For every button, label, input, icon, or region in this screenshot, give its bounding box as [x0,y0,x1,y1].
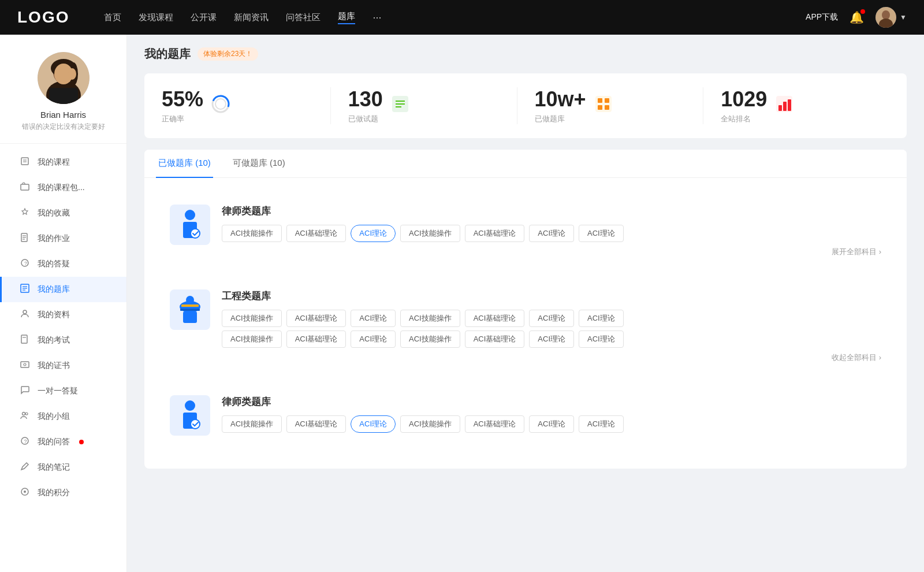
question-bank-icon [19,284,31,295]
qbank-name: 律师类题库 [222,205,881,218]
stat-ranking-value: 1029 [721,87,767,112]
accuracy-pie-icon [210,94,231,118]
tag-item[interactable]: ACI理论 [351,310,396,327]
sidebar-item-favorites[interactable]: 我的收藏 [0,200,126,226]
nav-news[interactable]: 新闻资讯 [234,12,269,23]
tab-available-banks[interactable]: 可做题库 (10) [230,150,288,178]
expand-link-1[interactable]: 展开全部科目 › [222,247,881,257]
qbank-header: 律师类题库 ACI技能操作 ACI基础理论 ACI理论 ACI技能操作 ACI基… [170,205,881,257]
page-wrapper: Brian Harris 错误的决定比没有决定要好 我的课程 我的课程包... [0,35,924,572]
page-header: 我的题库 体验剩余23天！ [144,46,907,62]
svg-point-31 [25,413,28,415]
stat-questions-content: 130 已做试题 [348,87,383,124]
svg-point-35 [24,491,26,493]
stat-banks-value: 10w+ [535,87,586,112]
tag-item[interactable]: ACI基础理论 [465,415,525,433]
tag-item[interactable]: ACI理论 [529,225,574,242]
content-card: 已做题库 (10) 可做题库 (10) [144,150,907,469]
tag-item[interactable]: ACI技能操作 [400,415,460,433]
sidebar-label: 我的问答 [38,437,70,447]
tag-item[interactable]: ACI理论 [351,330,396,348]
tag-item[interactable]: ACI基础理论 [465,330,525,348]
tag-item[interactable]: ACI理论 [579,225,624,242]
profile-avatar [38,52,90,104]
qbank-header-2: 工程类题库 ACI技能操作 ACI基础理论 ACI理论 ACI技能操作 ACI基… [170,289,881,363]
sidebar-label: 我的考试 [38,335,70,346]
qbank-section-lawyer-2: 律师类题库 ACI技能操作 ACI基础理论 ACI理论 ACI技能操作 ACI基… [156,384,895,448]
sidebar-label: 我的笔记 [38,462,70,473]
tag-item[interactable]: ACI理论 [529,330,574,348]
tag-item[interactable]: ACI基础理论 [286,225,346,242]
nav-qa[interactable]: 问答社区 [286,12,321,23]
tag-item[interactable]: ACI技能操作 [222,330,282,348]
banks-note-icon [593,94,614,118]
sidebar-item-notes[interactable]: 我的笔记 [0,455,126,480]
sidebar: Brian Harris 错误的决定比没有决定要好 我的课程 我的课程包... [0,35,127,572]
sidebar-item-my-qa[interactable]: ? 我的问答 [0,429,126,455]
stat-accuracy-content: 55% 正确率 [162,87,203,124]
svg-rect-50 [783,102,787,111]
stat-accuracy: 55% 正确率 [162,87,331,124]
svg-rect-14 [21,184,29,190]
svg-rect-57 [180,309,200,311]
logo[interactable]: LOGO [17,8,69,27]
sidebar-item-points[interactable]: 我的积分 [0,480,126,506]
tag-item[interactable]: ACI理论 [579,415,624,433]
qbank-name-2: 工程类题库 [222,289,881,303]
sidebar-label: 一对一答疑 [38,386,78,396]
sidebar-menu: 我的课程 我的课程包... 我的收藏 我的作业 [0,150,126,506]
nav-questions[interactable]: 题库 [338,11,355,24]
sidebar-item-one-on-one[interactable]: 一对一答疑 [0,378,126,404]
svg-rect-28 [21,362,29,367]
stat-banks-content: 10w+ 已做题库 [535,87,586,124]
app-download-button[interactable]: APP下载 [806,12,838,23]
sidebar-item-qa[interactable]: ? 我的答疑 [0,251,126,277]
sidebar-label: 我的收藏 [38,208,70,218]
sidebar-item-certificate[interactable]: 我的证书 [0,353,126,378]
sidebar-item-exam[interactable]: 我的考试 [0,328,126,353]
sidebar-item-question-bank[interactable]: 我的题库 [0,277,126,302]
tag-item[interactable]: ACI基础理论 [465,310,525,327]
sidebar-item-homework[interactable]: 我的作业 [0,226,126,251]
my-qa-icon: ? [19,436,31,448]
sidebar-item-group[interactable]: 我的小组 [0,404,126,429]
nav-home[interactable]: 首页 [104,12,121,23]
nav-opencourse[interactable]: 公开课 [191,12,217,23]
sidebar-label: 我的作业 [38,233,70,244]
tag-item-active[interactable]: ACI理论 [351,225,396,242]
nav-discover[interactable]: 发现课程 [139,12,173,23]
tag-item[interactable]: ACI技能操作 [400,310,460,327]
svg-point-10 [68,68,76,80]
tab-done-banks[interactable]: 已做题库 (10) [156,150,213,178]
tag-item[interactable]: ACI基础理论 [286,310,346,327]
tag-item[interactable]: ACI理论 [579,330,624,348]
tag-item-active[interactable]: ACI理论 [351,415,396,433]
sidebar-item-my-course[interactable]: 我的课程 [0,150,126,175]
tag-item[interactable]: ACI理论 [529,310,574,327]
tag-item[interactable]: ACI技能操作 [222,225,282,242]
user-avatar-container[interactable]: ▼ [875,7,907,28]
tag-item[interactable]: ACI基础理论 [465,225,525,242]
tag-item[interactable]: ACI技能操作 [400,225,460,242]
navbar-right: APP下载 🔔 ▼ [806,7,907,28]
tag-item[interactable]: ACI技能操作 [222,310,282,327]
tag-item[interactable]: ACI理论 [529,415,574,433]
lawyer-icon-2 [176,400,204,432]
tag-item[interactable]: ACI技能操作 [400,330,460,348]
collapse-link-2[interactable]: 收起全部科目 › [222,352,881,363]
sidebar-label: 我的证书 [38,361,70,371]
tag-item[interactable]: ACI基础理论 [286,415,346,433]
profile-icon [19,309,31,321]
ranking-chart-icon [774,94,795,118]
tag-item[interactable]: ACI理论 [579,310,624,327]
svg-point-29 [24,363,26,366]
svg-rect-45 [605,98,609,103]
tag-item[interactable]: ACI技能操作 [222,415,282,433]
sidebar-item-course-package[interactable]: 我的课程包... [0,175,126,200]
sidebar-item-profile[interactable]: 我的资料 [0,302,126,328]
tag-item[interactable]: ACI基础理论 [286,330,346,348]
sidebar-label: 我的小组 [38,411,70,422]
profile-name: Brian Harris [40,110,86,120]
nav-more[interactable]: ··· [372,12,381,24]
notification-bell[interactable]: 🔔 [850,10,864,24]
